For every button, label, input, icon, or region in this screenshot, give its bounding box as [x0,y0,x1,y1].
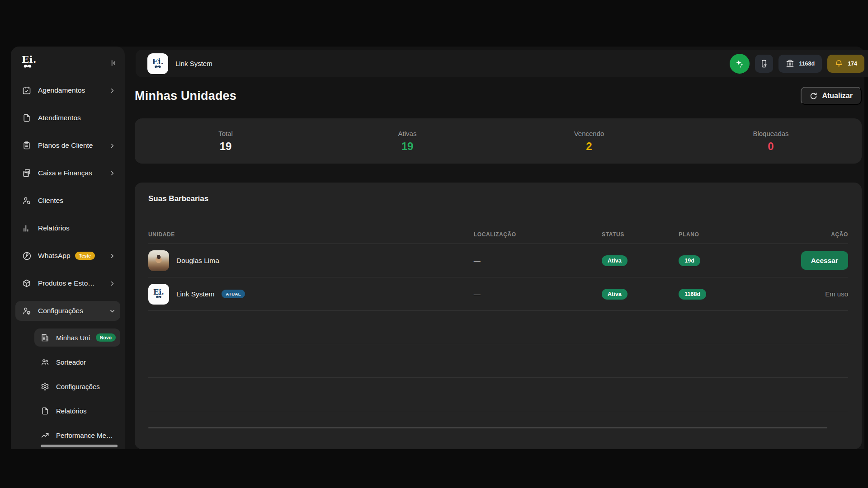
sidebar-item-atendimentos[interactable]: Atendimentos [15,108,120,128]
status-badge: Ativa [602,255,627,266]
sidebar-item-label: Planos de Cliente [38,141,93,150]
sidebar-scrollbar[interactable] [41,445,118,447]
chevron-right-icon [109,170,116,177]
unit-cell: Douglas Lima [148,250,474,271]
stat-value: 2 [498,140,680,153]
column-header-status: STATUS [602,231,679,238]
topbar: Ei. Link System 1168d [136,50,868,77]
bell-icon [835,59,843,68]
location-value: — [474,257,602,264]
sidebar-subitem-minhas-unidades[interactable]: Minhas Uni… Novo [34,328,120,347]
empty-table-row [148,378,848,411]
empty-table-row [148,344,848,378]
section-title: Suas Barbearias [148,194,848,203]
sidebar-collapse-icon[interactable] [107,56,119,69]
novo-badge: Novo [96,333,116,342]
sidebar-item-configuracoes[interactable]: Configurações [15,301,120,321]
status-cell: Ativa [602,255,679,266]
sidebar-item-clientes[interactable]: Clientes [15,191,120,211]
sidebar-item-label: Configurações [38,307,83,315]
action-cell: Acessar [778,251,848,270]
logo-text: Ei. [152,58,163,65]
avatar-douglas-lima [148,250,169,271]
avatar-link-system: Ei. [148,284,169,305]
chevron-right-icon [109,253,116,259]
stat-value: 0 [680,140,862,153]
notifications-button[interactable]: 174 [827,55,864,73]
file-icon [22,113,32,123]
sidebar-item-produtos-e-estoque[interactable]: Produtos e Esto… [15,273,120,293]
location-value: — [474,290,602,298]
logo-text: Ei. [153,289,164,296]
stat-value: 19 [135,140,316,153]
sidebar-item-planos-de-cliente[interactable]: Planos de Cliente [15,136,120,155]
sidebar-item-label: Configurações [56,383,100,390]
users-icon [40,357,50,367]
sidebar-item-label: Minhas Uni… [56,334,91,342]
status-cell: Ativa [602,289,679,300]
app-shell: Ei. Agendamentos Atendimentos [11,47,864,449]
stat-bloqueadas: Bloqueadas 0 [680,130,862,153]
page-header: Minhas Unidades Atualizar [135,87,862,105]
stat-label: Ativas [316,130,498,137]
mustache-icon [153,65,163,69]
bar-chart-icon [22,223,32,233]
file-icon [40,406,50,416]
user-search-icon [22,196,32,206]
sidebar-item-label: WhatsApp [38,252,71,260]
stats-card: Total 19 Ativas 19 Vencendo 2 Bloqueadas… [135,118,862,164]
sparkles-button[interactable] [730,54,750,74]
action-cell: Em uso [778,290,848,298]
sidebar-item-relatorios[interactable]: Relatórios [15,218,120,238]
stat-ativas: Ativas 19 [316,130,498,153]
sidebar-item-label: Sorteador [56,358,86,366]
plan-badge: 19d [679,255,700,266]
sidebar-item-label: Agendamentos [38,86,85,94]
chevron-right-icon [109,87,116,94]
sidebar-item-label: Produtos e Esto… [38,279,95,287]
chevron-down-icon [109,308,116,314]
empty-table-row [148,311,848,344]
column-header-plano: PLANO [679,231,777,238]
sidebar-item-agendamentos[interactable]: Agendamentos [15,80,120,100]
sidebar-item-label: Performance Me… [56,432,113,439]
plan-cell: 1168d [679,289,777,300]
device-gear-icon [760,59,769,68]
barbershops-card: Suas Barbearias UNIDADE LOCALIZAÇÃO STAT… [135,183,862,449]
in-use-label: Em uso [825,290,848,298]
device-button[interactable] [755,55,773,73]
plan-badge: 1168d [679,289,706,300]
stat-value: 19 [316,140,498,153]
sidebar-item-label: Caixa e Finanças [38,169,92,177]
bank-days-button[interactable]: 1168d [778,55,822,73]
table-header: UNIDADE LOCALIZAÇÃO STATUS PLANO AÇÃO [148,231,848,244]
refresh-icon [810,92,817,100]
stat-label: Total [135,130,316,137]
sidebar-subitem-sorteador[interactable]: Sorteador [34,353,120,371]
refresh-button[interactable]: Atualizar [801,87,862,105]
refresh-label: Atualizar [822,92,853,100]
sidebar-item-label: Relatórios [38,224,70,232]
page-title: Minhas Unidades [135,89,236,103]
notifications-count: 174 [848,61,857,67]
status-badge: Ativa [602,289,627,300]
table-row: Ei. Link System ATUAL — Ativa 1168d Em u… [148,277,848,311]
brand-logo: Ei. [147,53,168,74]
unit-name: Link System [176,290,214,298]
sidebar-item-label: Atendimentos [38,114,81,122]
sidebar-item-caixa-e-financas[interactable]: Caixa e Finanças [15,163,120,183]
calendar-check-icon [22,85,32,95]
bank-days-value: 1168d [799,61,815,67]
sidebar-subitem-configuracoes[interactable]: Configurações [34,377,120,395]
sidebar-item-label: Clientes [38,197,63,205]
calculator-icon [22,168,32,178]
column-header-localizacao: LOCALIZAÇÃO [474,231,602,238]
sidebar-subitem-performance[interactable]: Performance Me… [34,426,120,444]
chevron-right-icon [109,280,116,287]
logo-text: Ei. [22,54,37,65]
sidebar-item-whatsapp[interactable]: WhatsApp Teste [15,246,120,266]
acessar-button[interactable]: Acessar [801,251,848,270]
horizontal-scrollbar[interactable] [148,427,827,428]
sidebar-subitem-relatorios[interactable]: Relatórios [34,402,120,420]
mustache-icon [154,296,163,299]
